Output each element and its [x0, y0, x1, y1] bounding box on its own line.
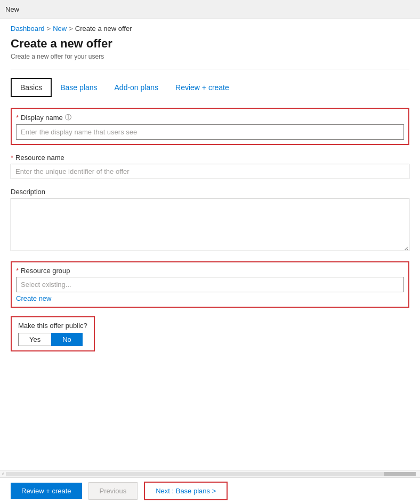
- resource-name-required: *: [11, 154, 13, 162]
- resource-name-label-text: Resource name: [15, 154, 64, 162]
- tab-base-plans[interactable]: Base plans: [52, 78, 106, 97]
- resource-group-required: *: [16, 267, 19, 275]
- title-divider: [11, 69, 409, 69]
- display-name-required: *: [16, 114, 19, 122]
- breadcrumb: Dashboard > New > Create a new offer: [11, 19, 409, 37]
- breadcrumb-sep2: >: [69, 25, 73, 33]
- toggle-buttons: Yes No: [18, 333, 87, 346]
- breadcrumb-dashboard[interactable]: Dashboard: [11, 25, 45, 33]
- previous-button: Previous: [88, 482, 138, 500]
- toggle-yes-button[interactable]: Yes: [18, 333, 51, 346]
- breadcrumb-sep1: >: [47, 25, 51, 33]
- next-button[interactable]: Next : Base plans >: [144, 482, 228, 500]
- tab-add-on-plans[interactable]: Add-on plans: [106, 78, 167, 97]
- toggle-no-button[interactable]: No: [51, 333, 83, 346]
- display-name-label: * Display name ⓘ: [16, 113, 404, 122]
- resource-name-section: * Resource name: [11, 154, 409, 179]
- display-name-section: * Display name ⓘ: [11, 108, 409, 145]
- tabs-container: Basics Base plans Add-on plans Review + …: [11, 78, 409, 97]
- main-content: Dashboard > New > Create a new offer Cre…: [0, 19, 420, 477]
- description-textarea[interactable]: [11, 198, 409, 251]
- tab-review-create[interactable]: Review + create: [167, 78, 238, 97]
- horizontal-scrollbar[interactable]: ‹: [0, 470, 420, 477]
- browser-bar: New: [0, 0, 420, 19]
- display-name-input[interactable]: [16, 124, 404, 140]
- make-public-section: Make this offer public? Yes No: [11, 316, 95, 351]
- review-create-button[interactable]: Review + create: [11, 483, 82, 499]
- page-subtitle: Create a new offer for your users: [11, 53, 409, 60]
- scroll-left-arrow[interactable]: ‹: [2, 471, 4, 477]
- bottom-bar: Review + create Previous Next : Base pla…: [0, 477, 420, 504]
- tab-basics[interactable]: Basics: [11, 78, 52, 97]
- description-label: Description: [11, 188, 409, 196]
- scroll-thumb[interactable]: [384, 472, 416, 476]
- description-label-text: Description: [11, 188, 45, 196]
- description-section: Description: [11, 188, 409, 253]
- create-new-link[interactable]: Create new: [16, 294, 51, 302]
- breadcrumb-new[interactable]: New: [53, 25, 67, 33]
- page-title: Create a new offer: [11, 37, 409, 51]
- resource-group-label: * Resource group: [16, 267, 404, 275]
- display-name-label-text: Display name: [21, 114, 63, 122]
- display-name-info-icon[interactable]: ⓘ: [65, 113, 71, 122]
- resource-group-dropdown[interactable]: Select existing...: [16, 277, 404, 292]
- resource-name-input[interactable]: [11, 164, 409, 179]
- scroll-track[interactable]: [6, 472, 416, 476]
- resource-name-label: * Resource name: [11, 154, 409, 162]
- browser-tab: New: [5, 5, 19, 13]
- make-public-label: Make this offer public?: [18, 322, 87, 330]
- resource-group-label-text: Resource group: [21, 267, 70, 275]
- breadcrumb-current: Create a new offer: [75, 25, 132, 33]
- resource-group-section: * Resource group Select existing... Crea…: [11, 261, 409, 308]
